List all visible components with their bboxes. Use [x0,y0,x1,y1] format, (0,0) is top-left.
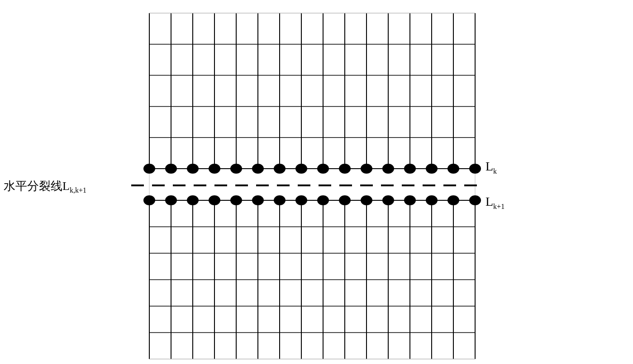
svg-point-83 [469,195,481,205]
svg-point-56 [187,164,199,174]
lk1-label-text: L [485,194,493,208]
svg-point-71 [339,195,351,205]
svg-point-64 [274,164,286,174]
svg-point-78 [426,164,438,174]
svg-point-55 [165,195,177,205]
svg-point-66 [295,164,307,174]
diagram-svg [0,0,633,364]
split-line-label: 水平分裂线Lk,k+1 [4,178,86,194]
svg-point-57 [187,195,199,205]
svg-point-60 [230,164,242,174]
svg-point-62 [252,164,264,174]
lk-label-sub: k [493,167,497,175]
svg-point-76 [404,164,416,174]
svg-point-67 [295,195,307,205]
split-line-label-text: 水平分裂线L [4,180,70,193]
svg-point-54 [165,164,177,174]
svg-point-72 [361,164,372,174]
svg-point-69 [317,195,329,205]
svg-point-80 [447,164,459,174]
svg-point-82 [469,164,481,174]
svg-point-63 [252,195,264,205]
svg-point-59 [209,195,220,205]
svg-point-58 [209,164,220,174]
split-line-label-sub: k,k+1 [70,186,86,194]
svg-point-73 [361,195,372,205]
svg-point-65 [274,195,286,205]
svg-point-79 [426,195,438,205]
lk1-label-sub: k+1 [493,203,504,210]
svg-point-77 [404,195,416,205]
lk1-label: Lk+1 [485,194,504,211]
svg-point-81 [447,195,459,205]
lk-label: Lk [485,159,497,175]
svg-point-68 [317,164,329,174]
svg-point-74 [382,164,394,174]
svg-point-70 [339,164,351,174]
lk-label-text: L [485,159,493,173]
diagram-canvas: 水平分裂线Lk,k+1 Lk Lk+1 [0,0,633,364]
svg-point-52 [143,164,155,174]
svg-point-53 [143,195,155,205]
svg-point-61 [230,195,242,205]
svg-point-75 [382,195,394,205]
